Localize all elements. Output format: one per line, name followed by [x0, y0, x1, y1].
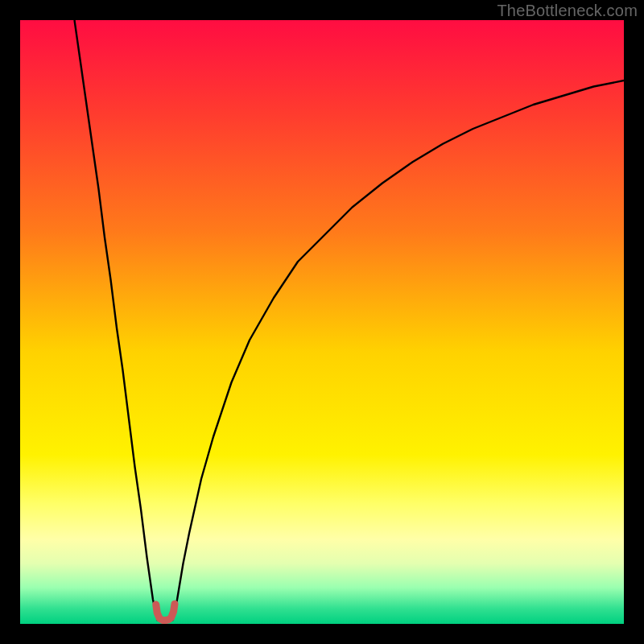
- chart-svg: [20, 20, 624, 624]
- gradient-bg: [20, 20, 624, 624]
- watermark-text: TheBottleneck.com: [497, 2, 638, 20]
- outer-frame: TheBottleneck.com: [0, 0, 644, 644]
- plot-area: [20, 20, 624, 624]
